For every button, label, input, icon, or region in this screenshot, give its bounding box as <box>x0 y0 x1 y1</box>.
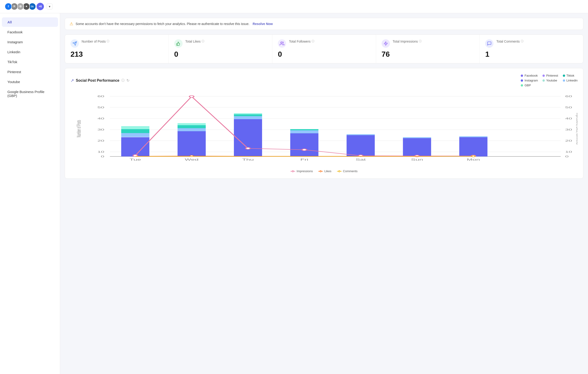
sidebar-item-all[interactable]: All <box>2 17 58 27</box>
account-dropdown[interactable]: ▾ <box>47 3 52 10</box>
bar-wed-top2 <box>178 123 206 125</box>
svg-text:40: 40 <box>97 117 104 120</box>
bar-fri-mid <box>290 130 318 133</box>
legend-tiktok: Tiktok <box>563 74 578 77</box>
resolve-now-link[interactable]: Resolve Now <box>253 22 273 26</box>
comments-line-legend <box>337 171 342 172</box>
impressions-dot-wed <box>189 96 194 98</box>
x-label-mon: Mon <box>467 158 480 161</box>
bar-thu-top1 <box>234 114 262 116</box>
chart-header: ↗ Social Post Performance ⓘ ↻ Facebook P… <box>71 74 578 87</box>
x-label-sat: Sat <box>356 158 366 161</box>
stat-posts: Number of Posts ⓘ 213 <box>65 35 169 63</box>
x-label-fri: Fri <box>301 158 308 161</box>
main-content: ⚠ Some accounts don't have the necessary… <box>60 13 588 374</box>
sidebar-item-instagram[interactable]: Instagram <box>2 37 58 47</box>
alert-message: Some accounts don't have the necessary p… <box>76 22 249 26</box>
bar-wed-top1 <box>178 125 206 128</box>
legend-dot-youtube <box>543 79 545 82</box>
bar-fri-top1 <box>290 129 318 130</box>
chart-title-group: ↗ Social Post Performance ⓘ ↻ <box>71 78 129 83</box>
stat-likes: Total Likes ⓘ 0 <box>169 35 273 63</box>
avatar-group: f R ⚙ ✦ in <box>5 3 35 10</box>
legend-instagram: Instagram <box>521 79 538 82</box>
bar-thu-mid <box>234 116 262 119</box>
sidebar-item-youtube[interactable]: Youtube <box>2 77 58 87</box>
bar-thu-top2 <box>234 113 262 114</box>
svg-text:30: 30 <box>97 128 104 131</box>
legend-gbp: GBP <box>521 84 538 87</box>
top-bar: f R ⚙ ✦ in +6 ▾ <box>0 0 588 13</box>
stat-comments: Total Comments ⓘ 1 <box>480 35 583 63</box>
bar-sat-base <box>347 135 375 156</box>
alert-banner: ⚠ Some accounts don't have the necessary… <box>65 18 583 30</box>
legend-dot-linkedin <box>563 79 565 82</box>
bar-wed-base <box>178 131 206 156</box>
x-label-thu: Thu <box>242 158 254 161</box>
legend-dot-pinterest <box>543 75 545 77</box>
svg-marker-1 <box>384 42 387 46</box>
legend-dot-gbp <box>521 84 523 87</box>
comments-info-icon[interactable]: ⓘ <box>521 39 524 43</box>
impressions-dot-thu <box>246 147 250 149</box>
impressions-icon-wrap <box>382 39 390 48</box>
impressions-icon <box>383 41 388 46</box>
avatar-count: +6 <box>37 3 44 10</box>
bar-mon-base <box>459 137 487 156</box>
legend-youtube: Youtube <box>543 79 558 82</box>
followers-icon-wrap <box>278 39 286 48</box>
likes-icon <box>176 41 181 46</box>
comments-dot-mon <box>472 155 475 157</box>
followers-label: Total Followers ⓘ <box>289 39 314 43</box>
chart-info-icon[interactable]: ⓘ <box>121 78 125 83</box>
likes-line-legend <box>318 171 323 172</box>
x-label-sun: Sun <box>411 158 423 161</box>
comments-label: Total Comments ⓘ <box>496 39 523 43</box>
stat-followers: Total Followers ⓘ 0 <box>272 35 376 63</box>
svg-text:20: 20 <box>565 139 572 142</box>
chart-title: Social Post Performance <box>76 78 119 83</box>
svg-text:Impressions, Likes, Comments: Impressions, Likes, Comments <box>575 113 578 145</box>
footer-legend-comments: Comments <box>337 169 357 173</box>
bar-sun-base <box>403 138 431 156</box>
chart-refresh-icon[interactable]: ↻ <box>126 78 129 83</box>
legend-pinterest: Pinterest <box>543 74 558 77</box>
svg-text:60: 60 <box>97 95 104 98</box>
stats-row: Number of Posts ⓘ 213 Total Likes ⓘ <box>65 34 583 63</box>
impressions-info-icon[interactable]: ⓘ <box>419 39 421 43</box>
sidebar-item-gbp[interactable]: Google Business Profile (GBP) <box>2 87 58 100</box>
likes-icon-wrap <box>174 39 183 48</box>
sidebar-item-facebook[interactable]: Facebook <box>2 27 58 37</box>
likes-label: Total Likes ⓘ <box>185 39 204 43</box>
sidebar-item-pinterest[interactable]: Pinterest <box>2 67 58 77</box>
chart-card: ↗ Social Post Performance ⓘ ↻ Facebook P… <box>65 68 583 179</box>
comments-icon-wrap <box>485 39 494 48</box>
impressions-dot-sun <box>415 155 419 157</box>
warning-icon: ⚠ <box>70 21 73 26</box>
chart-area: 60 50 40 30 20 10 0 60 50 40 30 20 10 0 <box>71 92 578 166</box>
comments-dot-legend <box>338 170 340 172</box>
svg-text:40: 40 <box>565 117 572 120</box>
comments-icon <box>487 41 492 46</box>
followers-info-icon[interactable]: ⓘ <box>312 39 314 43</box>
impressions-label: Total Impressions ⓘ <box>393 39 421 43</box>
posts-info-icon[interactable]: ⓘ <box>106 39 109 43</box>
avatar-fb: f <box>5 3 12 10</box>
stat-impressions: Total Impressions ⓘ 76 <box>376 35 480 63</box>
svg-text:Number of Posts: Number of Posts <box>76 120 82 137</box>
likes-info-icon[interactable]: ⓘ <box>201 39 204 43</box>
svg-text:50: 50 <box>565 106 572 109</box>
sidebar-item-linkedin[interactable]: Linkedin <box>2 47 58 57</box>
chart-footer-legend: Impressions Likes Comments <box>71 169 578 173</box>
trending-icon: ↗ <box>71 78 74 83</box>
impressions-value: 76 <box>382 50 474 59</box>
sidebar-item-tiktok[interactable]: TikTok <box>2 57 58 67</box>
bar-tue-top1 <box>121 129 149 133</box>
legend-dot-facebook <box>521 75 523 77</box>
svg-text:10: 10 <box>97 150 104 153</box>
likes-dot-legend <box>320 170 322 172</box>
posts-icon-wrap <box>71 39 79 48</box>
chart-svg: 60 50 40 30 20 10 0 60 50 40 30 20 10 0 <box>71 92 578 166</box>
svg-point-0 <box>281 42 282 44</box>
bar-tue-top2 <box>121 126 149 129</box>
